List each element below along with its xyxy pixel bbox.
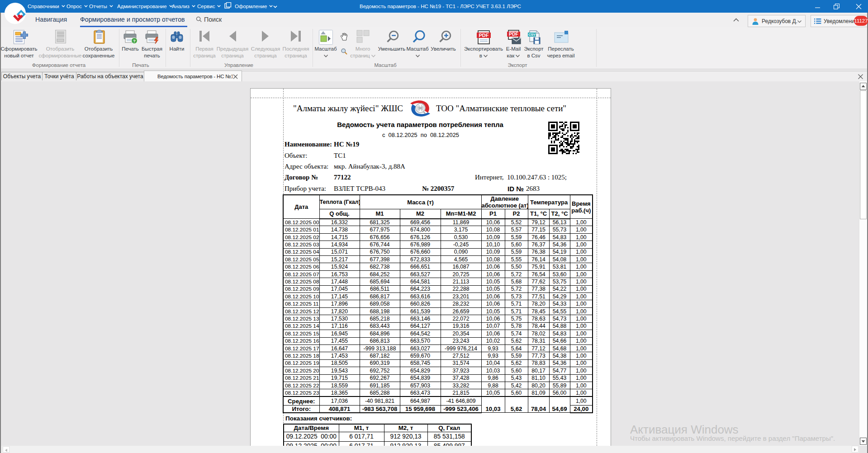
svg-text:PDF: PDF [479, 33, 489, 38]
svg-text:PDF: PDF [509, 31, 519, 37]
svg-text:?: ? [133, 38, 136, 43]
svg-text:CSV: CSV [528, 33, 535, 37]
